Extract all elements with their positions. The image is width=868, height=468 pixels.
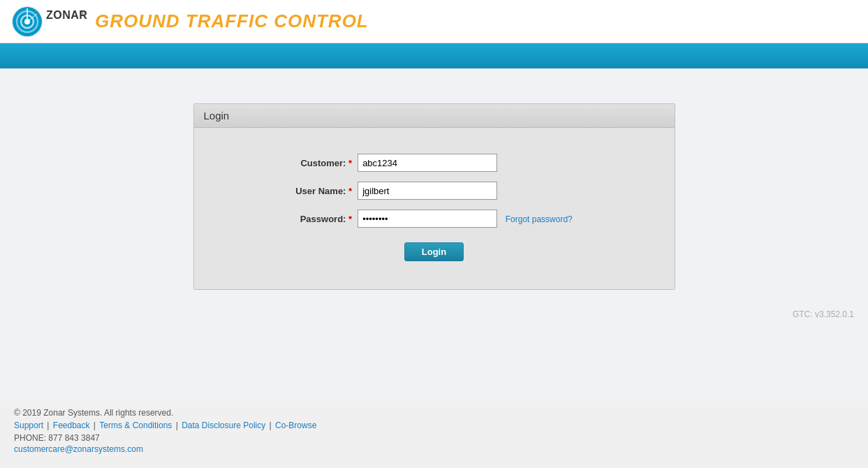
password-input-cell: Forgot password? bbox=[358, 205, 573, 233]
version-bar: GTC: v3.352.0.1 bbox=[0, 304, 868, 325]
customer-row: Customer: * bbox=[295, 149, 573, 177]
login-button[interactable]: Login bbox=[404, 242, 464, 261]
login-title: Login bbox=[194, 104, 675, 128]
footer-links: Support | Feedback | Terms & Conditions … bbox=[14, 421, 854, 430]
login-form-table: Customer: * User Name: * P bbox=[295, 149, 573, 233]
zonar-logo: ZONAR ® bbox=[11, 6, 88, 38]
customer-input[interactable] bbox=[358, 154, 497, 172]
sep3: | bbox=[173, 421, 180, 430]
support-link[interactable]: Support bbox=[14, 421, 43, 430]
password-input[interactable] bbox=[358, 210, 497, 228]
forgot-password-link[interactable]: Forgot password? bbox=[506, 214, 573, 224]
version-text: GTC: v3.352.0.1 bbox=[793, 309, 854, 319]
username-label: User Name: * bbox=[295, 177, 358, 205]
customer-required: * bbox=[346, 158, 352, 168]
main-content: Login Customer: * User Name: * bbox=[0, 68, 868, 401]
cobrowse-link[interactable]: Co-Browse bbox=[275, 421, 316, 430]
footer-phone: PHONE: 877 843 3847 bbox=[14, 433, 854, 443]
username-input[interactable] bbox=[358, 182, 497, 200]
email-link[interactable]: customercare@zonarsystems.com bbox=[14, 444, 143, 454]
footer-copyright: © 2019 Zonar Systems. All rights reserve… bbox=[14, 408, 854, 418]
footer-email: customercare@zonarsystems.com bbox=[14, 444, 854, 454]
data-policy-link[interactable]: Data Disclosure Policy bbox=[182, 421, 265, 430]
customer-label: Customer: * bbox=[295, 149, 358, 177]
login-button-row: Login bbox=[208, 242, 661, 261]
customer-input-cell bbox=[358, 149, 573, 177]
password-row: Password: * Forgot password? bbox=[295, 205, 573, 233]
feedback-link[interactable]: Feedback bbox=[53, 421, 90, 430]
username-required: * bbox=[346, 186, 352, 196]
username-input-cell bbox=[358, 177, 573, 205]
logo-container: ZONAR ® GROUND TRAFFIC CONTROL bbox=[11, 6, 369, 38]
footer: © 2019 Zonar Systems. All rights reserve… bbox=[0, 401, 868, 468]
blue-bar bbox=[0, 43, 868, 68]
username-row: User Name: * bbox=[295, 177, 573, 205]
sep1: | bbox=[45, 421, 52, 430]
password-required: * bbox=[346, 214, 352, 224]
sep2: | bbox=[91, 421, 98, 430]
password-label: Password: * bbox=[295, 205, 358, 233]
svg-text:®: ® bbox=[80, 10, 84, 16]
login-body: Customer: * User Name: * P bbox=[194, 128, 675, 289]
header: ZONAR ® GROUND TRAFFIC CONTROL bbox=[0, 0, 868, 43]
app-title: GROUND TRAFFIC CONTROL bbox=[95, 10, 369, 32]
login-box: Login Customer: * User Name: * bbox=[193, 103, 675, 290]
terms-link[interactable]: Terms & Conditions bbox=[99, 421, 172, 430]
sep4: | bbox=[267, 421, 274, 430]
